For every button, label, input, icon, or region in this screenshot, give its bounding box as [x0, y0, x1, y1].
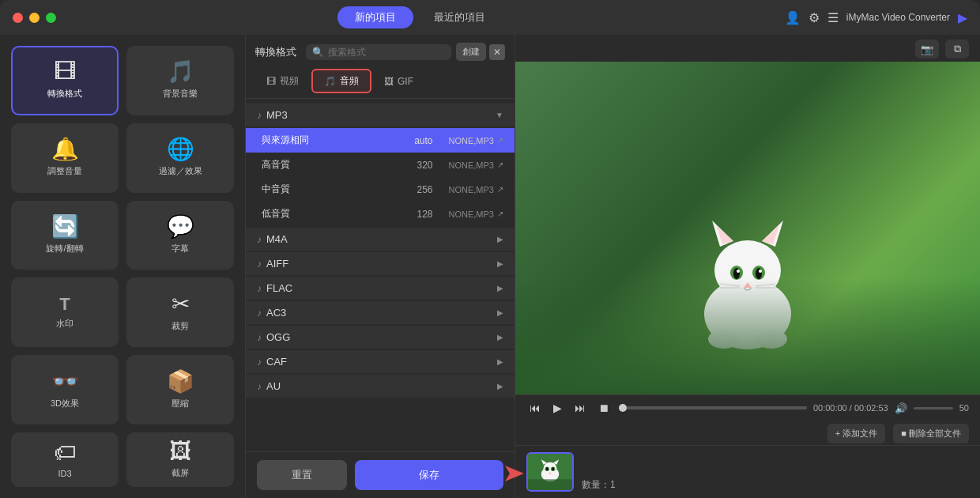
save-button[interactable]: 保存	[355, 460, 503, 490]
caf-chevron-icon: ▶	[497, 357, 503, 366]
volume-icon: 🔊	[895, 402, 907, 414]
search-bar[interactable]: 🔍	[306, 44, 451, 60]
sidebar-item-adjust-volume[interactable]: 🔔 調整音量	[11, 123, 119, 193]
tab-audio-label: 音頻	[340, 74, 359, 88]
subitem-high-quality-extra: NONE,MP3	[449, 160, 494, 170]
tab-recent-project[interactable]: 最近的項目	[416, 6, 503, 28]
ogg-group-label: OGG	[266, 331, 290, 343]
subitem-same-as-source-extra: NONE,MP3	[449, 136, 494, 145]
sidebar-item-rotate-flip[interactable]: 🔄 旋轉/翻轉	[11, 201, 119, 270]
subitem-low-quality-link-icon[interactable]: ↗	[497, 209, 503, 218]
progress-bar[interactable]	[619, 406, 807, 409]
subitem-high-quality-name: 高音質	[262, 158, 417, 172]
mp3-group-label: MP3	[266, 109, 288, 121]
sidebar-item-crop[interactable]: ✂ 裁剪	[126, 277, 234, 347]
format-group-caf[interactable]: ♪ CAF ▶	[246, 350, 514, 373]
sidebar-item-label-background-music: 背景音樂	[163, 88, 198, 100]
create-button[interactable]: 創建	[456, 43, 486, 61]
main-layout: 🎞 轉換格式 🎵 背景音樂 🔔 調整音量 🌐 過濾／效果 🔄 旋轉/翻轉 💬 字…	[0, 35, 980, 498]
tab-gif[interactable]: 🖼 GIF	[373, 69, 424, 93]
filmstrip-thumbnail[interactable]	[526, 452, 574, 492]
format-group-au[interactable]: ♪ AU ▶	[246, 375, 514, 398]
m4a-group-label: M4A	[266, 233, 288, 245]
search-input[interactable]	[328, 47, 445, 58]
time-display: 00:00:00 / 00:02:53	[813, 403, 888, 413]
flac-group-label: FLAC	[266, 282, 292, 294]
tab-bar: 新的項目 最近的項目	[337, 6, 503, 28]
close-format-button[interactable]: ✕	[489, 44, 505, 60]
skip-back-button[interactable]: ⏮	[526, 400, 544, 416]
gif-tab-icon: 🖼	[384, 76, 394, 87]
sidebar-item-id3[interactable]: 🏷 ID3	[11, 432, 119, 487]
format-group-aiff[interactable]: ♪ AIFF ▶	[246, 252, 514, 275]
aiff-chevron-icon: ▶	[497, 259, 503, 268]
subitem-high-quality-value: 320	[417, 160, 433, 171]
progress-thumb	[619, 404, 627, 412]
video-controls-bar: ⏮ ▶ ⏭ ⏹ 00:00:00 / 00:02:53 🔊 50	[515, 394, 980, 421]
tab-video[interactable]: 🎞 視頻	[255, 69, 310, 93]
sidebar-item-convert-format[interactable]: 🎞 轉換格式	[11, 46, 119, 115]
format-group-ogg[interactable]: ♪ OGG ▶	[246, 326, 514, 349]
subitem-low-quality-name: 低音質	[262, 207, 417, 221]
compress-icon: 📦	[167, 371, 194, 393]
au-group-label: AU	[266, 380, 281, 392]
format-group-ac3[interactable]: ♪ AC3 ▶	[246, 301, 514, 324]
subitem-mid-quality-link-icon[interactable]: ↗	[497, 185, 503, 194]
titlebar-actions: 👤 ⚙ ☰ iMyMac Video Converter ▶	[785, 10, 967, 25]
flac-chevron-icon: ▶	[497, 284, 503, 292]
sidebar-item-subtitle[interactable]: 💬 字幕	[126, 201, 234, 270]
sidebar-item-watermark[interactable]: T 水印	[11, 277, 119, 347]
svg-rect-30	[528, 479, 572, 490]
subitem-high-quality-link-icon[interactable]: ↗	[497, 160, 503, 169]
format-group-mp3[interactable]: ♪ MP3 ▼	[246, 104, 514, 126]
menu-icon[interactable]: ☰	[827, 10, 839, 25]
skip-forward-button[interactable]: ⏭	[571, 400, 589, 416]
video-tab-icon: 🎞	[266, 76, 276, 87]
app-name-label: iMyMac Video Converter	[846, 12, 950, 23]
add-file-button[interactable]: + 添加文件	[827, 424, 885, 443]
volume-slider[interactable]	[914, 407, 953, 409]
ac3-chevron-icon: ▶	[497, 308, 503, 317]
minimize-window-button[interactable]	[29, 13, 40, 23]
sidebar-item-label-screenshot: 截屏	[172, 467, 189, 479]
rotate-flip-icon: 🔄	[51, 216, 79, 238]
flac-group-icon: ♪	[257, 283, 262, 294]
settings-icon[interactable]: ⚙	[808, 10, 820, 25]
delete-all-button[interactable]: ■ 刪除全部文件	[893, 424, 969, 443]
caf-group-icon: ♪	[257, 357, 262, 368]
stop-button[interactable]: ⏹	[595, 400, 612, 416]
format-subitem-same-as-source[interactable]: 與來源相同 auto NONE,MP3 ↗	[246, 128, 514, 153]
maximize-window-button[interactable]	[46, 13, 56, 23]
format-group-m4a[interactable]: ♪ M4A ▶	[246, 228, 514, 251]
sidebar-item-screenshot[interactable]: 🖼 截屏	[126, 432, 234, 487]
camera-icon-button[interactable]: 📷	[915, 40, 939, 58]
subitem-low-quality-extra: NONE,MP3	[449, 209, 494, 219]
close-window-button[interactable]	[13, 13, 23, 23]
sidebar-item-label-id3: ID3	[58, 469, 71, 478]
play-button[interactable]: ▶	[550, 400, 565, 416]
crop-icon: ✂	[172, 293, 190, 315]
filter-effect-icon: 🌐	[167, 138, 194, 160]
sidebar-item-background-music[interactable]: 🎵 背景音樂	[126, 46, 234, 115]
subitem-mid-quality-name: 中音質	[262, 183, 417, 196]
sidebar-item-3d-effect[interactable]: 👓 3D效果	[11, 355, 119, 424]
format-subitem-high-quality[interactable]: 高音質 320 NONE,MP3 ↗	[246, 153, 514, 177]
subitem-same-as-source-link-icon[interactable]: ↗	[497, 136, 503, 145]
format-subitem-low-quality[interactable]: 低音質 128 NONE,MP3 ↗	[246, 202, 514, 226]
subitem-low-quality-value: 128	[417, 209, 433, 220]
account-icon[interactable]: 👤	[785, 10, 801, 25]
reset-button[interactable]: 重置	[257, 460, 347, 490]
crop-icon-button[interactable]: ⧉	[945, 40, 969, 58]
tab-audio[interactable]: 🎵 音頻	[311, 69, 371, 93]
format-panel-header: 轉換格式 🔍 創建 ✕	[246, 35, 514, 66]
sidebar-item-compress[interactable]: 📦 壓縮	[126, 355, 234, 424]
au-group-icon: ♪	[257, 381, 262, 392]
app-logo-icon: ▶	[958, 10, 967, 25]
format-subitem-mid-quality[interactable]: 中音質 256 NONE,MP3 ↗	[246, 177, 514, 202]
format-group-flac[interactable]: ♪ FLAC ▶	[246, 277, 514, 300]
screenshot-icon: 🖼	[169, 440, 191, 462]
ogg-group-icon: ♪	[257, 332, 262, 343]
file-actions: + 添加文件 ■ 刪除全部文件	[515, 421, 980, 445]
sidebar-item-filter-effect[interactable]: 🌐 過濾／效果	[126, 123, 234, 193]
tab-new-project[interactable]: 新的項目	[337, 6, 413, 28]
